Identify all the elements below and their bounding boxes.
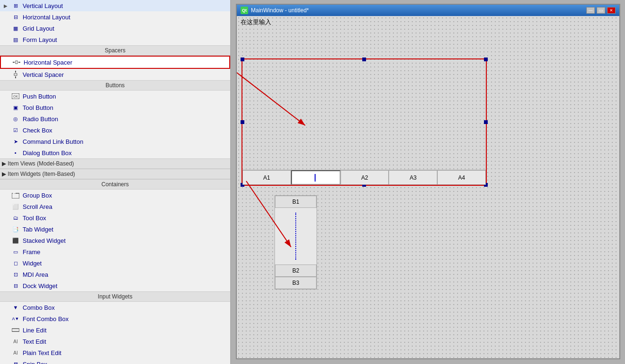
dialog-button-box-item[interactable]: ▪ Dialog Button Box xyxy=(0,147,230,158)
tool-box-item[interactable]: 🗂 Tool Box xyxy=(0,212,230,223)
b2-button[interactable]: B2 xyxy=(275,265,317,277)
vertical-layout-label: Vertical Layout xyxy=(23,2,63,9)
tab-a4[interactable]: A4 xyxy=(437,170,486,185)
horizontal-layout-label: Horizontal Layout xyxy=(23,14,70,21)
tool-button-label: Tool Button xyxy=(23,104,53,111)
frame-icon: ▭ xyxy=(11,248,20,256)
form-layout-label: Form Layout xyxy=(23,36,57,43)
vertical-layout-box: B1 B2 B3 xyxy=(275,195,317,290)
check-box-item[interactable]: ☑ Check Box xyxy=(0,124,230,136)
qt-titlebar-left: Qt MainWindow - untitled* xyxy=(241,7,309,14)
vertical-layout-item[interactable]: ▶ ⊞ Vertical Layout xyxy=(0,0,230,11)
dialog-button-box-label: Dialog Button Box xyxy=(23,149,72,157)
containers-header: Containers xyxy=(0,179,230,190)
layout-section: ▶ ⊞ Vertical Layout ⊟ Horizontal Layout … xyxy=(0,0,230,45)
b1-button[interactable]: B1 xyxy=(275,196,317,208)
combo-box-item[interactable]: ▼ Combo Box xyxy=(0,302,230,313)
qt-canvas: 在这里输入 A1 xyxy=(237,16,619,358)
horizontal-layout-icon: ⊟ xyxy=(11,13,20,21)
tab-a3[interactable]: A3 xyxy=(389,170,437,185)
text-edit-label: Text Edit xyxy=(23,338,46,345)
minimize-button[interactable]: — xyxy=(586,7,595,14)
form-layout-icon: ▤ xyxy=(11,35,20,44)
stacked-widget-item[interactable]: ⬛ Stacked Widget xyxy=(0,235,230,246)
right-area: Qt MainWindow - untitled* — ▭ ✕ 在这里输入 xyxy=(231,0,625,364)
tab-bar: A1 A2 A3 A4 xyxy=(242,170,486,185)
mdi-area-icon: ⊡ xyxy=(11,270,20,279)
tool-button-icon: ▣ xyxy=(11,103,20,112)
frame-item[interactable]: ▭ Frame xyxy=(0,246,230,257)
command-link-item[interactable]: ➤ Command Link Button xyxy=(0,136,230,147)
tab-a2[interactable]: A2 xyxy=(341,170,389,185)
tab-input-cursor xyxy=(315,174,317,182)
push-button-item[interactable]: OK Push Button xyxy=(0,91,230,102)
stacked-widget-icon: ⬛ xyxy=(11,236,20,245)
line-edit-icon xyxy=(11,326,20,334)
line-edit-label: Line Edit xyxy=(23,327,47,334)
item-views-header: ▶ Item Views (Model-Based) xyxy=(0,158,230,169)
svg-rect-11 xyxy=(12,329,19,331)
scroll-area-icon: ⬜ xyxy=(11,202,20,211)
svg-text:OK: OK xyxy=(13,95,18,98)
horizontal-spacer-icon xyxy=(12,58,21,66)
handle-tr xyxy=(484,58,488,61)
collapse-arrow: ▶ xyxy=(4,3,10,8)
horizontal-spacer-item[interactable]: Horizontal Spacer xyxy=(0,56,230,69)
tab-a1[interactable]: A1 xyxy=(242,170,291,185)
grid-layout-item[interactable]: ▦ Grid Layout xyxy=(0,23,230,34)
text-edit-icon: AI xyxy=(11,337,20,346)
tab-widget-item[interactable]: 📑 Tab Widget xyxy=(0,223,230,235)
svg-rect-5 xyxy=(15,76,16,78)
check-box-label: Check Box xyxy=(23,127,52,134)
dock-widget-item[interactable]: ⊟ Dock Widget xyxy=(0,280,230,291)
font-combo-box-item[interactable]: A▼ Font Combo Box xyxy=(0,313,230,324)
combo-box-icon: ▼ xyxy=(11,303,20,312)
close-button[interactable]: ✕ xyxy=(607,7,616,14)
spin-box-item[interactable]: ⊠ Spin Box xyxy=(0,358,230,364)
tab-widget-icon: 📑 xyxy=(11,225,20,233)
vertical-spacer-item[interactable]: Vertical Spacer xyxy=(0,69,230,80)
handle-ml xyxy=(241,120,244,124)
command-link-label: Command Link Button xyxy=(23,138,83,145)
text-edit-item[interactable]: AI Text Edit xyxy=(0,336,230,347)
mdi-area-item[interactable]: ⊡ MDI Area xyxy=(0,269,230,280)
tool-box-label: Tool Box xyxy=(23,215,46,222)
handle-mr xyxy=(484,120,488,124)
push-button-icon: OK xyxy=(11,92,20,100)
horizontal-spacer-label: Horizontal Spacer xyxy=(24,59,72,66)
spin-box-label: Spin Box xyxy=(23,361,47,364)
font-combo-box-label: Font Combo Box xyxy=(23,315,69,323)
b3-button[interactable]: B3 xyxy=(275,277,317,289)
vertical-spacer-icon xyxy=(11,70,20,79)
tab-a3-label: A3 xyxy=(409,174,417,181)
b2-label: B2 xyxy=(292,267,300,274)
horizontal-layout-item[interactable]: ⊟ Horizontal Layout xyxy=(0,11,230,23)
svg-rect-1 xyxy=(16,61,17,64)
plain-text-edit-label: Plain Text Edit xyxy=(23,349,61,356)
b3-label: B3 xyxy=(292,280,300,286)
plain-text-edit-item[interactable]: AI Plain Text Edit xyxy=(0,347,230,358)
dock-widget-icon: ⊟ xyxy=(11,281,20,290)
tool-button-item[interactable]: ▣ Tool Button xyxy=(0,102,230,113)
tab-a1-label: A1 xyxy=(263,174,270,181)
dialog-button-box-icon: ▪ xyxy=(11,149,20,157)
tab-input[interactable] xyxy=(291,170,341,185)
combo-box-label: Combo Box xyxy=(23,304,55,311)
handle-tc xyxy=(362,58,366,61)
line-edit-item[interactable]: Line Edit xyxy=(0,324,230,336)
item-widgets-label: Item Widgets (Item-Based) xyxy=(8,171,75,177)
widget-item[interactable]: ◻ Widget xyxy=(0,257,230,269)
qt-logo: Qt xyxy=(241,7,248,14)
spacers-header: Spacers xyxy=(0,45,230,56)
scroll-area-item[interactable]: ⬜ Scroll Area xyxy=(0,201,230,212)
frame-label: Frame xyxy=(23,248,41,256)
restore-button[interactable]: ▭ xyxy=(597,7,605,14)
form-layout-item[interactable]: ▤ Form Layout xyxy=(0,34,230,45)
dock-widget-label: Dock Widget xyxy=(23,282,58,290)
buttons-header: Buttons xyxy=(0,80,230,91)
radio-button-item[interactable]: ◎ Radio Button xyxy=(0,113,230,124)
svg-rect-2 xyxy=(18,62,20,63)
spin-box-icon: ⊠ xyxy=(11,360,20,364)
svg-rect-0 xyxy=(13,62,15,63)
group-box-item[interactable]: — Group Box xyxy=(0,190,230,201)
